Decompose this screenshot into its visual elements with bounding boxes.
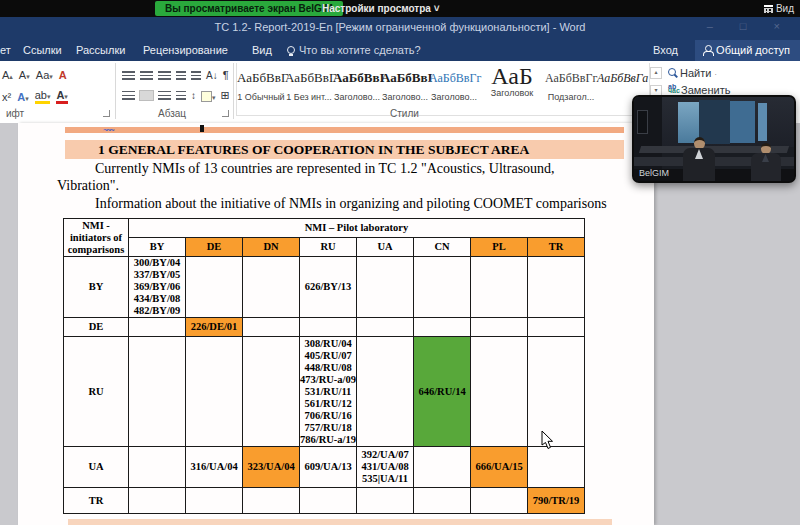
find-button[interactable]: Найти · bbox=[668, 67, 717, 79]
highlight-color-icon[interactable]: ab▾ bbox=[35, 89, 51, 104]
line-spacing-icon[interactable]: ↕ bbox=[191, 90, 196, 101]
table-cell-ua-pl[interactable]: 666/UA/15 bbox=[471, 447, 528, 488]
clear-formatting-icon[interactable]: А bbox=[59, 69, 67, 81]
share-view-control[interactable]: Вид bbox=[764, 1, 794, 16]
pilot-laboratory-header[interactable]: NMI – Pilot laboratory bbox=[129, 219, 585, 238]
bullets-icon[interactable] bbox=[122, 71, 135, 80]
paragraph-dialog-launcher[interactable] bbox=[222, 110, 229, 117]
style-heading3[interactable]: АаБбВвГг Заголово... bbox=[429, 63, 479, 115]
webcam-overlay[interactable]: BelGIM bbox=[632, 95, 796, 183]
col-header-pl[interactable]: PL bbox=[471, 238, 528, 257]
style-no-spacing[interactable]: АаБбВвГ 1 Без инт... bbox=[285, 63, 333, 115]
tab-mailings[interactable]: Рассылки bbox=[76, 44, 125, 56]
table-cell-empty[interactable] bbox=[129, 447, 186, 488]
table-cell-empty[interactable] bbox=[300, 488, 357, 514]
table-cell-empty[interactable] bbox=[414, 488, 471, 514]
table-cell-empty[interactable] bbox=[471, 318, 528, 337]
table-cell-empty[interactable] bbox=[471, 257, 528, 318]
table-cell-empty[interactable] bbox=[528, 337, 585, 447]
row-label-ru[interactable]: RU bbox=[64, 337, 129, 447]
table-cell-ua-dn[interactable]: 323/UA/04 bbox=[243, 447, 300, 488]
table-corner-cell[interactable]: NMI - initiators of comparisons bbox=[64, 219, 129, 257]
table-cell-empty[interactable] bbox=[357, 257, 414, 318]
paragraph-line[interactable]: Information about the initiative of NMIs… bbox=[95, 196, 607, 212]
sign-in-button[interactable]: Вход bbox=[653, 44, 678, 56]
col-header-dn[interactable]: DN bbox=[243, 238, 300, 257]
gallery-up-button[interactable]: ▴ bbox=[650, 67, 662, 79]
table-cell-ua-ru[interactable]: 609/UA/13 bbox=[300, 447, 357, 488]
style-normal[interactable]: АаБбВвГ 1 Обычный bbox=[237, 63, 285, 115]
table-cell-by-by[interactable]: 300/BY/04 337/BY/05 369/BY/06 434/BY/08 … bbox=[129, 257, 186, 318]
table-cell-empty[interactable] bbox=[357, 337, 414, 447]
table-cell-empty[interactable] bbox=[414, 447, 471, 488]
paragraph-line[interactable]: Vibration". bbox=[57, 178, 119, 194]
table-cell-tr-tr[interactable]: 790/TR/19 bbox=[528, 488, 585, 514]
increase-indent-icon[interactable] bbox=[191, 71, 201, 80]
style-heading1[interactable]: АаБбВвІ Заголово... bbox=[333, 63, 381, 115]
table-cell-empty[interactable] bbox=[243, 488, 300, 514]
tab-references[interactable]: Ссылки bbox=[23, 44, 62, 56]
table-cell-ua-de[interactable]: 316/UA/04 bbox=[186, 447, 243, 488]
table-cell-empty[interactable] bbox=[414, 318, 471, 337]
sort-icon[interactable]: А↓ bbox=[206, 70, 218, 81]
paragraph-line[interactable]: Currently NMIs of 13 countries are repre… bbox=[95, 161, 555, 177]
justify-icon[interactable] bbox=[176, 91, 186, 100]
style-title[interactable]: АаБ Заголовок bbox=[479, 63, 545, 115]
change-case-icon[interactable]: Аа▾ bbox=[36, 69, 53, 81]
col-header-de[interactable]: DE bbox=[186, 238, 243, 257]
document-page[interactable]: ~~~ 1 GENERAL FEATURES OF COOPERATION IN… bbox=[18, 123, 654, 525]
table-cell-empty[interactable] bbox=[243, 337, 300, 447]
borders-icon[interactable]: ⊞ bbox=[221, 89, 230, 102]
text-effects-icon[interactable]: А▾ bbox=[17, 91, 28, 103]
col-header-by[interactable]: BY bbox=[129, 238, 186, 257]
tab-review[interactable]: Рецензирование bbox=[143, 44, 228, 56]
tab-view[interactable]: Вид bbox=[252, 44, 272, 56]
col-header-ru[interactable]: RU bbox=[300, 238, 357, 257]
table-cell-ru-ru[interactable]: 308/RU/04 405/RU/07 448/RU/08 473/RU-a/0… bbox=[300, 337, 357, 447]
share-button[interactable]: Общий доступ bbox=[695, 40, 800, 61]
table-cell-empty[interactable] bbox=[300, 318, 357, 337]
grow-font-icon[interactable]: А▴ bbox=[2, 69, 13, 81]
table-cell-empty[interactable] bbox=[471, 488, 528, 514]
table-cell-empty[interactable] bbox=[471, 337, 528, 447]
font-dialog-launcher[interactable] bbox=[103, 110, 110, 117]
align-center-icon[interactable] bbox=[140, 91, 153, 100]
table-cell-ua-ua[interactable]: 392/UA/07 431/UA/08 535|UA/11 bbox=[357, 447, 414, 488]
table-cell-empty[interactable] bbox=[129, 488, 186, 514]
table-cell-empty[interactable] bbox=[414, 257, 471, 318]
style-subtitle[interactable]: АаБбВвГг Подзагол... bbox=[545, 63, 597, 115]
table-cell-empty[interactable] bbox=[186, 488, 243, 514]
superscript-icon[interactable]: x² bbox=[2, 91, 11, 103]
col-header-ua[interactable]: UA bbox=[357, 238, 414, 257]
table-cell-empty[interactable] bbox=[129, 337, 186, 447]
col-header-cn[interactable]: CN bbox=[414, 238, 471, 257]
table-cell-empty[interactable] bbox=[243, 257, 300, 318]
shading-icon[interactable]: ▾ bbox=[201, 90, 216, 102]
table-cell-empty[interactable] bbox=[243, 318, 300, 337]
table-cell-empty[interactable] bbox=[357, 488, 414, 514]
table-cell-empty[interactable] bbox=[528, 257, 585, 318]
row-label-de[interactable]: DE bbox=[64, 318, 129, 337]
table-cell-empty[interactable] bbox=[528, 318, 585, 337]
table-cell-empty[interactable] bbox=[528, 447, 585, 488]
shrink-font-icon[interactable]: А▾ bbox=[19, 69, 30, 81]
pilcrow-icon[interactable]: ¶ bbox=[223, 69, 229, 81]
table-cell-empty[interactable] bbox=[186, 337, 243, 447]
table-cell-empty[interactable] bbox=[129, 318, 186, 337]
numbering-icon[interactable] bbox=[140, 71, 153, 80]
table-cell-de-de[interactable]: 226/DE/01 bbox=[186, 318, 243, 337]
table-cell-empty[interactable] bbox=[186, 257, 243, 318]
row-label-tr[interactable]: TR bbox=[64, 488, 129, 514]
table-cell-by-ru[interactable]: 626/BY/13 bbox=[300, 257, 357, 318]
col-header-tr[interactable]: TR bbox=[528, 238, 585, 257]
table-cell-ru-cn[interactable]: 646/RU/14 bbox=[414, 337, 471, 447]
tab-layout-partial[interactable]: ет bbox=[0, 44, 11, 56]
table-cell-empty[interactable] bbox=[357, 318, 414, 337]
align-left-icon[interactable] bbox=[122, 91, 135, 100]
decrease-indent-icon[interactable] bbox=[176, 71, 186, 80]
row-label-ua[interactable]: UA bbox=[64, 447, 129, 488]
row-label-by[interactable]: BY bbox=[64, 257, 129, 318]
section-heading[interactable]: 1 GENERAL FEATURES OF COOPERATION IN THE… bbox=[65, 140, 624, 159]
font-color-icon[interactable]: А▾ bbox=[56, 89, 67, 104]
multilevel-list-icon[interactable] bbox=[158, 71, 171, 80]
